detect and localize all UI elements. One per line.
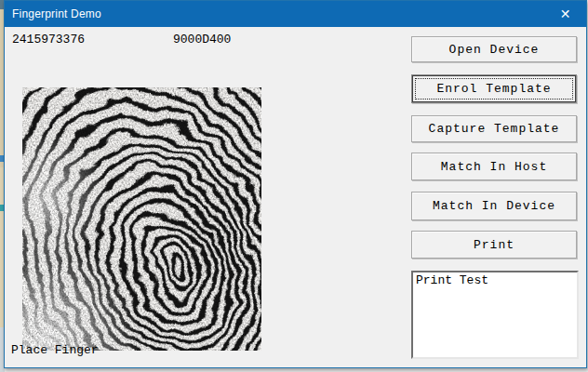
close-button[interactable]: ✕ (544, 1, 586, 27)
fingerprint-image (22, 87, 261, 351)
enrol-template-button[interactable]: Enrol Template (411, 74, 577, 103)
close-icon: ✕ (560, 7, 571, 20)
open-device-button[interactable]: Open Device (411, 36, 577, 62)
device-code-label: 9000D400 (173, 33, 231, 46)
match-in-host-button[interactable]: Match In Host (411, 153, 577, 180)
titlebar[interactable]: Fingerprint Demo ✕ (5, 1, 586, 27)
output-textarea[interactable]: Print Test (411, 271, 579, 359)
capture-template-button[interactable]: Capture Template (411, 115, 577, 142)
print-button[interactable]: Print (411, 231, 577, 259)
status-label: Place Finger (11, 343, 99, 357)
device-serial-label: 2415973376 (12, 33, 85, 46)
window-title: Fingerprint Demo (5, 7, 101, 20)
match-in-device-button[interactable]: Match In Device (411, 192, 577, 220)
app-window: Fingerprint Demo ✕ 2415973376 9000D400 (4, 0, 587, 368)
